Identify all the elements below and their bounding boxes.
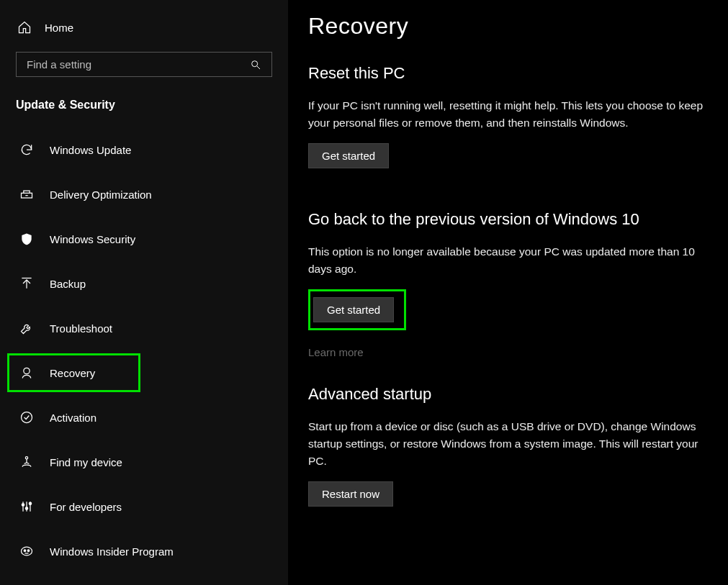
highlight-box: Get started: [308, 289, 406, 330]
svg-point-16: [27, 550, 30, 552]
sidebar-item-label: Activation: [50, 412, 96, 424]
learn-more-link[interactable]: Learn more: [308, 346, 364, 358]
sidebar-item-label: Delivery Optimization: [50, 189, 152, 201]
search-icon: [250, 59, 261, 71]
sidebar-item-for-developers[interactable]: For developers: [7, 487, 281, 526]
goback-description: This option is no longer available becau…: [308, 243, 708, 278]
home-label: Home: [45, 22, 73, 34]
reset-heading: Reset this PC: [308, 64, 708, 83]
svg-point-7: [25, 457, 27, 459]
svg-point-12: [25, 507, 27, 509]
advanced-description: Start up from a device or disc (such as …: [308, 418, 708, 470]
sidebar-item-find-my-device[interactable]: Find my device: [7, 443, 281, 481]
sidebar-item-windows-security[interactable]: Windows Security: [7, 219, 281, 258]
sidebar-item-label: Recovery: [50, 367, 95, 379]
section-advanced-startup: Advanced startup Start up from a device …: [308, 385, 708, 507]
wrench-icon: [19, 321, 34, 335]
reset-get-started-button[interactable]: Get started: [308, 143, 389, 168]
category-header: Update & Security: [7, 94, 281, 127]
sidebar-nav: Windows Update Delivery Optimization Win…: [7, 127, 281, 573]
reset-description: If your PC isn't running well, resetting…: [308, 97, 708, 132]
goback-get-started-button[interactable]: Get started: [313, 297, 394, 322]
svg-point-0: [252, 60, 258, 66]
backup-icon: [19, 276, 34, 291]
sidebar-item-backup[interactable]: Backup: [7, 264, 281, 303]
page-title: Recovery: [308, 13, 708, 40]
recovery-icon: [19, 366, 34, 380]
sidebar-item-delivery-optimization[interactable]: Delivery Optimization: [7, 175, 281, 214]
delivery-icon: [19, 187, 34, 201]
svg-point-6: [22, 412, 32, 423]
section-reset-pc: Reset this PC If your PC isn't running w…: [308, 64, 708, 168]
check-circle-icon: [19, 410, 34, 425]
sidebar-item-label: Windows Update: [50, 144, 131, 156]
settings-sidebar: Home Find a setting Update & Security Wi…: [0, 0, 288, 585]
search-input[interactable]: Find a setting: [16, 52, 272, 77]
sidebar-item-label: Windows Security: [50, 233, 135, 245]
main-content: Recovery Reset this PC If your PC isn't …: [288, 0, 728, 585]
svg-point-14: [22, 547, 32, 555]
sidebar-item-insider-program[interactable]: Windows Insider Program: [7, 532, 281, 571]
svg-line-1: [257, 66, 260, 69]
sidebar-item-label: Troubleshoot: [50, 322, 112, 335]
sidebar-item-activation[interactable]: Activation: [7, 398, 281, 437]
home-icon: [17, 20, 32, 35]
goback-heading: Go back to the previous version of Windo…: [308, 210, 708, 229]
restart-now-button[interactable]: Restart now: [308, 481, 393, 507]
section-go-back: Go back to the previous version of Windo…: [308, 210, 708, 359]
sidebar-item-label: Backup: [50, 278, 86, 290]
location-icon: [19, 455, 34, 469]
svg-point-15: [24, 550, 26, 552]
developers-icon: [19, 499, 34, 514]
shield-icon: [19, 232, 34, 246]
sidebar-item-troubleshoot[interactable]: Troubleshoot: [7, 309, 281, 348]
sidebar-item-recovery[interactable]: Recovery: [7, 353, 140, 392]
svg-point-11: [22, 504, 24, 506]
sync-icon: [19, 142, 34, 157]
advanced-heading: Advanced startup: [308, 385, 708, 404]
sidebar-item-label: Find my device: [50, 456, 122, 468]
svg-point-13: [29, 502, 31, 504]
sidebar-item-label: Windows Insider Program: [50, 545, 174, 558]
search-placeholder: Find a setting: [27, 58, 91, 71]
sidebar-item-label: For developers: [50, 501, 122, 513]
svg-point-5: [24, 368, 30, 373]
sidebar-item-windows-update[interactable]: Windows Update: [7, 130, 281, 169]
insider-icon: [19, 544, 34, 558]
sidebar-home[interactable]: Home: [7, 14, 281, 46]
